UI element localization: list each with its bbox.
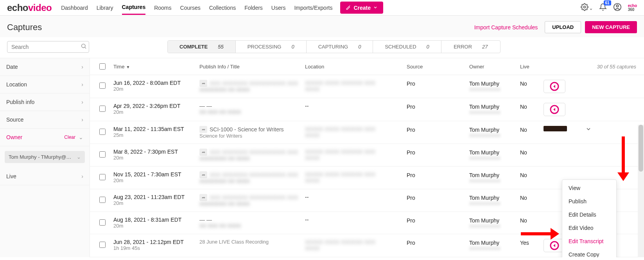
th-location[interactable]: Location — [305, 64, 407, 70]
brand-logo[interactable]: echovideo — [7, 2, 52, 13]
source-cell: Pro — [407, 194, 469, 201]
play-button[interactable] — [544, 103, 565, 116]
filter-owner[interactable]: Owner Clear ⌄ — [0, 129, 90, 146]
row-checkbox[interactable] — [99, 242, 106, 248]
th-time[interactable]: Time▼ — [113, 64, 199, 70]
filter-source[interactable]: Source › — [0, 111, 90, 129]
live-cell: No — [520, 217, 544, 224]
video-thumbnail[interactable] — [544, 126, 567, 131]
status-tab-capturing[interactable]: CAPTURING0 — [307, 41, 373, 53]
scrollbar-thumb[interactable] — [639, 125, 643, 172]
table-row: Jun 28, 2021 - 12:12pm EDT1h 19m 45s28 J… — [90, 234, 644, 257]
status-tab-complete[interactable]: COMPLETE55 — [168, 41, 236, 53]
svg-point-2 — [616, 5, 619, 7]
status-tab-label: ERROR — [454, 44, 472, 50]
status-tabs: COMPLETE55PROCESSING0CAPTURING0SCHEDULED… — [167, 40, 500, 53]
th-source[interactable]: Source — [407, 64, 469, 70]
th-owner[interactable]: Owner — [469, 64, 520, 70]
profile-icon[interactable] — [613, 3, 622, 13]
select-all-checkbox[interactable] — [99, 63, 106, 70]
row-checkbox[interactable] — [99, 151, 106, 158]
brand-part2: video — [28, 2, 52, 13]
nav-link-users[interactable]: Users — [271, 1, 286, 14]
nav-link-importsexports[interactable]: Imports/Exports — [294, 1, 332, 14]
publish-line2: XXXXXXXX XX XXXX — [199, 178, 305, 184]
nav-link-courses[interactable]: Courses — [180, 1, 201, 14]
filter-publish[interactable]: Publish info › — [0, 93, 90, 111]
publish-line1: XXX XXXXXXX XXXXXXXXXX XXX — [210, 194, 298, 201]
location-cell: XXXXX XXXX XXXXXX XXXXXXX — [305, 126, 407, 138]
owner-chip[interactable]: Tom Murphy - TMurphy@… ⌄ — [5, 151, 85, 163]
duration-cell: 20m — [113, 155, 199, 161]
th-live[interactable]: Live — [520, 64, 544, 70]
duration-cell: 1h 19m 45s — [113, 245, 199, 251]
search-box[interactable] — [7, 41, 89, 53]
table-row: Apr 29, 2022 - 3:26pm EDT20m— —XX XXX XX… — [90, 98, 644, 121]
location-cell: -- — [305, 217, 407, 223]
location-cell: -- — [305, 194, 407, 200]
filter-live-label: Live — [6, 173, 16, 179]
page-title: Captures — [7, 22, 42, 32]
create-button[interactable]: Create — [340, 2, 383, 14]
nav-link-rooms[interactable]: Rooms — [154, 1, 171, 14]
row-checkbox[interactable] — [99, 197, 106, 203]
publish-line2: 28 June LIVE Class Recording — [199, 239, 305, 245]
nav-link-folders[interactable]: Folders — [244, 1, 263, 14]
menu-item-edit-transcript[interactable]: Edit Transcript — [562, 235, 616, 248]
status-tab-scheduled[interactable]: SCHEDULED0 — [373, 41, 441, 53]
publish-line2: XX XXX XX XXXX — [199, 109, 305, 115]
source-cell: Pro — [407, 217, 469, 224]
source-cell: Pro — [407, 149, 469, 156]
status-tab-processing[interactable]: PROCESSING0 — [236, 41, 307, 53]
row-menu-button[interactable] — [583, 126, 594, 133]
live-cell: Yes — [520, 239, 544, 246]
owner-chip-label: Tom Murphy - TMurphy@… — [9, 154, 71, 160]
menu-item-view[interactable]: View — [562, 181, 616, 195]
status-tab-count: 27 — [482, 44, 488, 50]
row-checkbox[interactable] — [99, 82, 106, 89]
publish-line1: XXX XXXXXXX XXXXXXXXXX XXX — [210, 80, 298, 86]
filter-date[interactable]: Date › — [0, 58, 90, 76]
status-tab-label: PROCESSING — [248, 44, 282, 50]
row-checkbox[interactable] — [99, 219, 106, 226]
owner-email: XXXXXXXXXX — [469, 110, 520, 115]
filter-owner-clear[interactable]: Clear — [64, 134, 75, 140]
nav-link-dashboard[interactable]: Dashboard — [61, 1, 88, 14]
row-checkbox[interactable] — [99, 174, 106, 180]
play-button[interactable] — [544, 80, 565, 93]
bell-icon[interactable]: 61 — [599, 3, 607, 12]
import-schedules-link[interactable]: Import Capture Schedules — [474, 24, 538, 30]
filter-owner-label: Owner — [6, 134, 22, 140]
table-row: Mar 11, 2022 - 11:35am EST25m➦SCI-1000 -… — [90, 121, 644, 144]
th-publish[interactable]: Publish Info / Title — [199, 64, 305, 70]
new-capture-button[interactable]: NEW CAPTURE — [585, 21, 637, 33]
settings-icon[interactable] — [581, 3, 593, 12]
menu-item-publish[interactable]: Publish — [562, 195, 616, 208]
filter-location[interactable]: Location › — [0, 76, 90, 93]
duration-cell: 20m — [113, 109, 199, 115]
menu-item-edit-video[interactable]: Edit Video — [562, 221, 616, 235]
menu-item-create-copy[interactable]: Create Copy — [562, 248, 616, 257]
search-input[interactable] — [11, 43, 81, 50]
owner-email: XXXXXXXXXX — [469, 201, 520, 206]
table-row: Aug 23, 2021 - 11:23am EDT20m➦XXX XXXXXX… — [90, 189, 644, 212]
row-checkbox[interactable] — [99, 129, 106, 135]
time-cell: Jun 16, 2022 - 8:00am EDT — [113, 80, 199, 86]
live-cell: No — [520, 149, 544, 156]
menu-item-edit-details[interactable]: Edit Details — [562, 208, 616, 221]
create-label: Create — [353, 5, 371, 11]
upload-button[interactable]: UPLOAD — [545, 21, 581, 33]
nav-link-captures[interactable]: Captures — [122, 0, 146, 15]
nav-link-library[interactable]: Library — [97, 1, 113, 14]
owner-email: XXXXXXXXXX — [469, 156, 520, 161]
status-tab-error[interactable]: ERROR27 — [441, 41, 500, 53]
publish-line2: XXXXXXXX XX XXXX — [199, 87, 305, 93]
sort-desc-icon: ▼ — [126, 65, 130, 69]
status-tab-count: 0 — [427, 44, 429, 50]
scrollbar[interactable] — [638, 125, 644, 257]
owner-cell: Tom Murphy — [469, 104, 520, 110]
row-checkbox[interactable] — [99, 106, 106, 112]
echo360-logo[interactable]: echo360 — [628, 4, 637, 12]
nav-link-collections[interactable]: Collections — [209, 1, 236, 14]
filter-live[interactable]: Live › — [0, 168, 90, 185]
